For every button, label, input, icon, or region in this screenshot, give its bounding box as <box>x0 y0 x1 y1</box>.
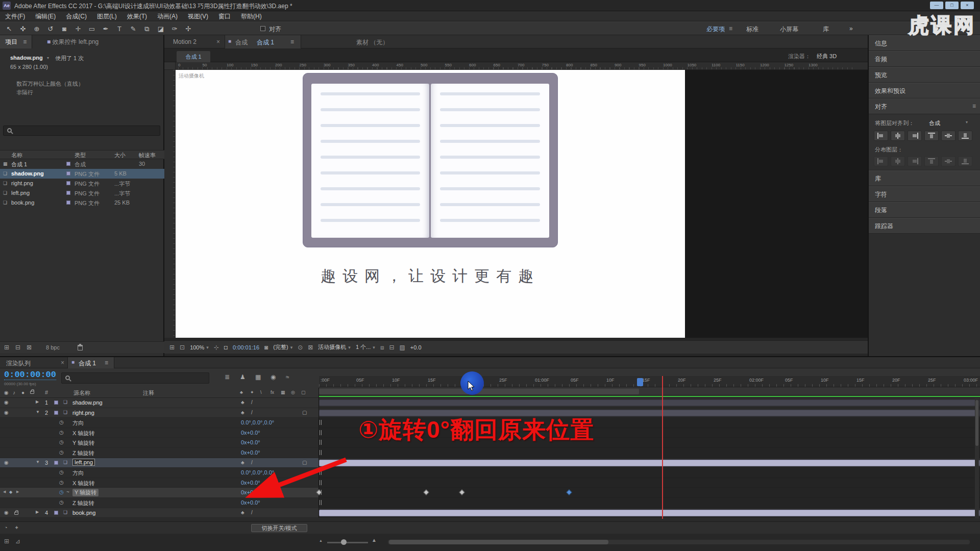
menu-item-4[interactable]: 效果(T) <box>122 11 152 22</box>
type-tool[interactable]: T <box>113 24 126 34</box>
menu-item-5[interactable]: 动画(A) <box>152 11 183 22</box>
align-h-center-button[interactable] <box>891 131 905 141</box>
panel-header-4[interactable]: 对齐≡ <box>869 98 980 114</box>
region-of-interest-icon[interactable]: ⊙ <box>298 344 303 351</box>
motion-blur-column-icon[interactable]: ◎ <box>291 390 295 395</box>
project-row[interactable]: ▦合成 1合成30 <box>0 159 164 169</box>
stopwatch-icon[interactable]: ◷ <box>59 439 64 445</box>
column-source-name[interactable]: 源名称 <box>74 389 90 397</box>
keyframe-icon[interactable] <box>566 490 572 495</box>
frame-blend-column-icon[interactable]: ▦ <box>281 390 285 395</box>
layer-duration-bar[interactable] <box>319 510 979 516</box>
renderer-value[interactable]: 经典 3D <box>817 53 837 60</box>
solo-column-icon[interactable]: ● <box>21 390 24 395</box>
eye-icon[interactable]: ◉ <box>4 399 9 405</box>
menu-item-0[interactable]: 文件(F) <box>0 11 30 22</box>
panel-header-3[interactable]: 效果和预设 <box>869 83 980 98</box>
layer-duration-bar[interactable] <box>319 399 979 406</box>
property-name[interactable]: Y 轴旋转 <box>72 489 99 496</box>
motion-blur-icon[interactable]: ◉ <box>271 373 276 381</box>
maximize-button[interactable]: □ <box>945 2 959 9</box>
workspace-4[interactable]: » <box>849 25 853 32</box>
selected-item-name[interactable]: shadow.png <box>10 55 43 61</box>
grid-guides-icon[interactable]: ⊞ <box>169 344 175 351</box>
scrollbar-thumb[interactable] <box>389 540 608 544</box>
scrollbar-thumb[interactable] <box>975 400 978 446</box>
align-top-button[interactable] <box>924 131 939 141</box>
layer-duration-bar[interactable] <box>319 460 979 466</box>
orbit-camera-tool[interactable]: ↺ <box>44 24 57 34</box>
label-color[interactable] <box>66 181 70 185</box>
close-icon[interactable]: × <box>216 38 220 45</box>
time-ruler[interactable]: :00F05F10F15F20F25F01:00F05F10F15F20F25F… <box>319 376 980 387</box>
playhead-line[interactable] <box>662 376 663 519</box>
threed-switch-icon[interactable]: ▢ <box>302 410 307 415</box>
menu-item-8[interactable]: 帮助(H) <box>236 11 267 22</box>
shy-icon[interactable]: ♟ <box>240 373 246 381</box>
close-icon[interactable]: × <box>61 359 64 366</box>
pen-tool[interactable]: ✒ <box>100 24 112 34</box>
transparency-grid-icon[interactable]: ⊠ <box>308 344 313 351</box>
tab-motion2[interactable]: Motion 2 <box>173 38 197 45</box>
resolution-select[interactable]: (完整) <box>273 343 288 351</box>
eye-icon[interactable]: ◉ <box>4 460 9 465</box>
property-name[interactable]: Z 轴旋转 <box>72 499 94 507</box>
quality-icon[interactable]: ♣ <box>241 410 244 415</box>
trash-icon[interactable] <box>78 345 83 350</box>
project-row[interactable]: ❏right.pngPNG 文件...字节 <box>0 179 164 188</box>
layer-row-left[interactable]: ◉▶1❏shadow.png♣/ <box>0 398 319 408</box>
timeline-track[interactable] <box>319 478 980 488</box>
panel-menu-icon[interactable]: ≡ <box>23 38 27 45</box>
stopwatch-icon[interactable]: ◷ <box>59 419 64 425</box>
stopwatch-icon[interactable]: ◷ <box>59 499 64 505</box>
timeline-search-input[interactable] <box>61 372 209 384</box>
stopwatch-icon[interactable]: ◷ <box>59 480 64 485</box>
screen-layout-icon[interactable]: ⊡ <box>180 344 185 351</box>
timeline-track[interactable] <box>319 508 980 518</box>
eraser-tool[interactable]: ◪ <box>155 24 167 34</box>
expand-arrow-icon[interactable]: ▼ <box>36 460 40 464</box>
roto-brush-tool[interactable]: ✑ <box>168 24 181 34</box>
panel-header-1[interactable]: 音频 <box>869 51 980 67</box>
project-row[interactable]: ❏left.pngPNG 文件...字节 <box>0 188 164 198</box>
zoom-tool[interactable]: ⊕ <box>31 24 43 34</box>
distribute-top-button[interactable] <box>874 156 888 166</box>
rasterize-icon[interactable]: / <box>251 510 253 515</box>
shape-tool[interactable]: ▭ <box>86 24 98 34</box>
color-depth-button[interactable]: 8 bpc <box>46 344 60 350</box>
new-composition-icon[interactable]: ⊠ <box>27 344 32 351</box>
project-column-0[interactable]: 名称 <box>11 152 22 159</box>
quality-column-icon[interactable]: \ <box>260 390 262 395</box>
graph-toggle-icon[interactable]: ~ <box>66 489 69 495</box>
zoom-out-icon[interactable]: ▲ <box>319 539 323 542</box>
view-layout-select[interactable]: 1 个... <box>356 343 371 351</box>
expand-layers-icon[interactable]: ⊞ <box>4 538 9 545</box>
exposure-value[interactable]: +0.0 <box>410 344 422 350</box>
workspace-3[interactable]: 库 <box>823 25 829 34</box>
property-value[interactable]: 0.0°,0.0°,0.0° <box>241 419 274 425</box>
tab-timeline-comp[interactable]: ■ 合成 1 ≡ <box>67 357 114 368</box>
rasterize-icon[interactable]: / <box>251 410 253 415</box>
video-column-icon[interactable]: ◉ <box>4 390 9 395</box>
property-name[interactable]: X 轴旋转 <box>72 480 94 487</box>
view-layout-select-dropdown-icon[interactable]: ▾ <box>373 345 375 350</box>
zoom-in-icon[interactable]: ▲ <box>372 537 377 543</box>
clone-stamp-tool[interactable]: ⧉ <box>141 24 153 34</box>
rulers-icon[interactable]: ⊹ <box>214 344 219 351</box>
quality-icon[interactable]: ♣ <box>241 399 244 405</box>
snapshot-icon[interactable]: ◘ <box>224 344 228 351</box>
composition-canvas[interactable]: 活动摄像机 趣设网，让设计更有趣 <box>176 70 685 338</box>
pan-behind-tool[interactable]: ✛ <box>72 24 84 34</box>
menu-item-2[interactable]: 合成(C) <box>61 11 92 22</box>
toggle-switches-modes-button[interactable]: 切换开关/模式 <box>251 524 307 532</box>
workspace-2[interactable]: 小屏幕 <box>780 25 798 34</box>
expand-arrow-icon[interactable]: ▶ <box>36 510 39 514</box>
label-color[interactable] <box>66 191 70 195</box>
snap-checkbox[interactable] <box>260 26 265 31</box>
marker-icon[interactable]: ◔ <box>4 524 8 531</box>
label-color[interactable] <box>66 171 70 176</box>
lock-column-icon[interactable] <box>30 391 34 394</box>
audio-column-icon[interactable]: ♪ <box>13 390 15 395</box>
expand-arrow-icon[interactable]: ▼ <box>36 410 40 414</box>
property-name[interactable]: X 轴旋转 <box>72 430 94 437</box>
